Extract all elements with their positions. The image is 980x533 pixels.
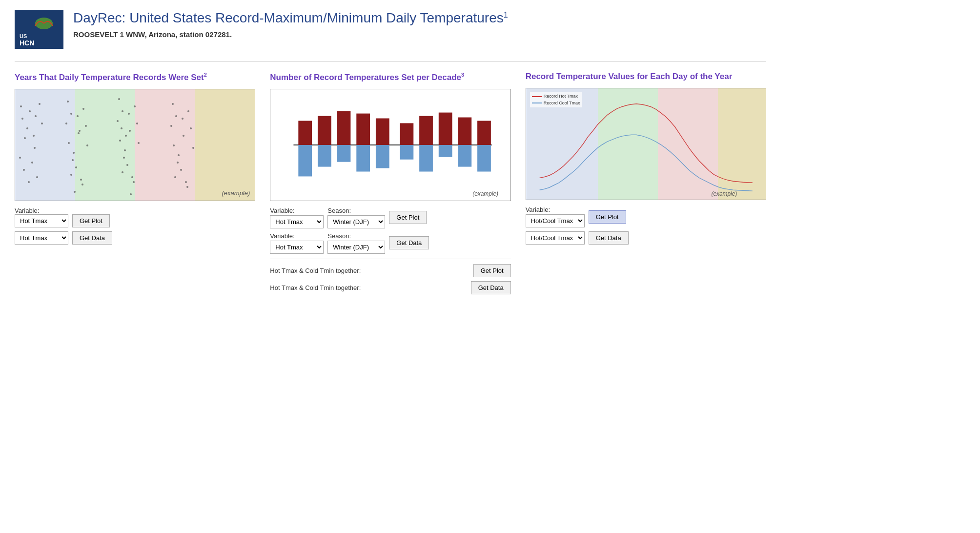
line-controls: Variable: Hot/Cool TmaxHot/Cool TminHot … [526,206,766,245]
scatter-variable-select-1[interactable]: Hot Tmax Cool Tmax Hot Tmin Cool Tmin [15,214,68,227]
svg-point-51 [138,142,140,144]
bar-get-data-button[interactable]: Get Data [389,236,429,249]
svg-point-40 [117,120,119,122]
svg-point-11 [24,137,26,139]
header: US HCN DayRec: United States Record-Maxi… [15,10,766,56]
svg-text:(example): (example) [711,190,737,197]
svg-point-26 [68,142,70,144]
svg-point-69 [192,147,194,149]
svg-point-64 [177,162,179,164]
svg-text:US: US [20,33,27,39]
svg-point-21 [78,132,80,134]
line-var-label-1: Variable: [526,206,585,213]
title-sup: 1 [504,11,508,19]
together-get-plot-button[interactable]: Get Plot [473,264,511,277]
line-plot-btn-wrap: Get Plot [589,210,626,224]
together-label-2: Hot Tmax & Cold Tmin together: [270,284,465,291]
header-divider [15,61,766,62]
line-control-row-1: Variable: Hot/Cool TmaxHot/Cool TminHot … [526,206,766,227]
bar-control-row-2: Variable: Hot TmaxCool TmaxHot TminCool … [270,232,510,254]
line-var-group-1: Variable: Hot/Cool TmaxHot/Cool TminHot … [526,206,585,227]
scatter-var-label-1: Variable: Hot Tmax Cool Tmax Hot Tmin Co… [15,207,110,227]
scatter-title-sup: 2 [204,72,207,78]
svg-point-63 [190,127,192,129]
svg-point-61 [173,144,175,146]
svg-point-10 [31,162,33,164]
line-get-plot-button[interactable]: Get Plot [589,210,626,224]
svg-point-62 [185,181,187,183]
svg-point-24 [82,108,84,110]
svg-point-31 [82,184,83,185]
bar-var-group-2: Variable: Hot TmaxCool TmaxHot TminCool … [270,232,324,254]
svg-rect-84 [419,145,433,172]
svg-point-42 [126,164,128,166]
svg-text:(example): (example) [473,190,499,197]
bar-var-group-1: Variable: Hot TmaxCool TmaxHot TminCool … [270,207,324,228]
logo: US HCN [15,10,63,49]
svg-rect-78 [357,145,370,172]
scatter-get-plot-button[interactable]: Get Plot [72,214,110,227]
svg-point-20 [70,113,72,115]
together-get-data-button[interactable]: Get Data [471,281,511,294]
svg-point-33 [70,174,72,176]
bar-season-label-2: Season: [327,232,385,240]
svg-point-6 [26,127,28,129]
line-variable-select-1[interactable]: Hot/Cool TmaxHot/Cool TminHot TmaxCool T… [526,214,585,227]
svg-point-35 [74,191,76,193]
svg-point-43 [119,140,121,142]
svg-point-44 [131,176,133,178]
bar-season-label-1: Season: [327,207,385,214]
svg-point-49 [128,113,130,115]
svg-point-60 [180,169,182,171]
scatter-controls: Variable: Hot Tmax Cool Tmax Hot Tmin Co… [15,207,255,245]
svg-point-41 [134,105,136,107]
svg-rect-88 [458,145,472,167]
svg-point-22 [73,152,75,154]
svg-rect-83 [419,116,433,144]
bar-sub-divider [270,259,510,259]
line-column: Record Temperature Values for Each Day o… [526,71,766,248]
label-variable-1: Variable: [15,207,110,214]
svg-point-57 [178,154,180,156]
svg-rect-72 [299,145,312,176]
bar-season-select-2[interactable]: Winter (DJF)Spring (MAM)Summer (JJA)Fall… [327,241,385,254]
svg-point-27 [80,179,82,181]
scatter-control-row-2: Hot Tmax Cool Tmax Hot Tmin Cool Tmin Ge… [15,231,255,245]
svg-point-17 [23,169,25,171]
svg-point-55 [175,115,177,117]
svg-point-59 [187,110,189,112]
main-columns: Years That Daily Temperature Records Wer… [15,71,766,298]
bar-data-btn-wrap: Get Data [389,236,429,249]
scatter-get-data-button[interactable]: Get Data [72,231,112,245]
bar-season-select-1[interactable]: Winter (DJF)Spring (MAM)Summer (JJA)Fall… [327,215,385,228]
scatter-control-row-1: Variable: Hot Tmax Cool Tmax Hot Tmin Co… [15,207,255,227]
svg-rect-79 [376,118,389,145]
bar-controls: Variable: Hot TmaxCool TmaxHot TminCool … [270,207,510,294]
svg-point-45 [136,123,138,124]
bar-get-plot-button[interactable]: Get Plot [389,211,427,224]
svg-point-68 [174,176,176,178]
together-row-1: Hot Tmax & Cold Tmin together: Get Plot [270,264,510,277]
line-variable-select-2[interactable]: Hot/Cool TmaxHot/Cool TminHot TmaxCool T… [526,231,585,245]
svg-point-48 [133,181,135,183]
svg-point-46 [123,157,125,159]
bar-variable-select-2[interactable]: Hot TmaxCool TmaxHot TminCool Tmin [270,241,324,254]
svg-point-25 [75,166,77,168]
svg-point-9 [39,103,41,105]
main-title: DayRec: United States Record-Maximum/Min… [73,10,766,26]
svg-rect-85 [439,112,452,144]
scatter-svg [15,89,255,201]
bar-season-group-2: Season: Winter (DJF)Spring (MAM)Summer (… [327,232,385,254]
svg-point-39 [124,149,126,151]
scatter-chart: (example) [15,89,255,201]
svg-point-58 [170,125,172,127]
svg-rect-82 [400,145,414,160]
svg-point-30 [67,101,69,102]
svg-point-67 [182,118,184,120]
svg-rect-86 [439,145,452,157]
bar-variable-select-1[interactable]: Hot TmaxCool TmaxHot TminCool Tmin [270,215,324,228]
svg-rect-71 [299,121,312,145]
scatter-variable-select-2[interactable]: Hot Tmax Cool Tmax Hot Tmin Cool Tmin [15,231,68,245]
svg-point-52 [125,135,127,137]
line-get-data-button[interactable]: Get Data [589,231,629,245]
